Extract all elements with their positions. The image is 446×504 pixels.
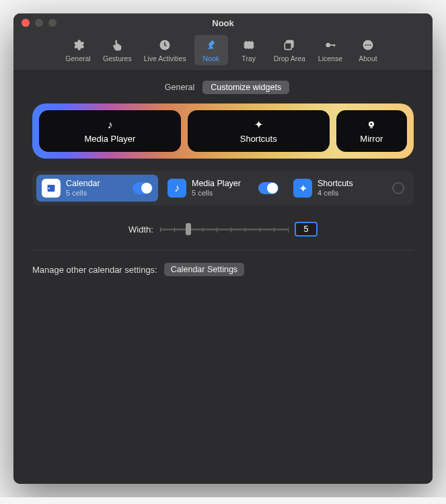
toolbar-item-nook[interactable]: Nook <box>194 35 228 65</box>
widget-cells: 4 cells <box>318 189 387 198</box>
toolbar-label: About <box>359 54 377 62</box>
preview-card-shortcuts[interactable]: ✦ Shortcuts <box>188 110 330 152</box>
width-value-field[interactable]: 5 <box>295 222 318 237</box>
svg-point-10 <box>369 44 371 46</box>
preferences-toolbar: General Gestures Live Activities Nook Tr… <box>13 32 433 71</box>
toolbar-label: Drop Area <box>274 54 305 62</box>
svg-rect-15 <box>48 185 55 187</box>
widget-cells: 5 cells <box>66 189 127 198</box>
calendar-settings-button[interactable]: Calendar Settings <box>164 263 244 276</box>
svg-point-8 <box>365 44 367 46</box>
lamp-icon <box>204 38 219 52</box>
toolbar-label: Tray <box>241 54 256 62</box>
svg-rect-3 <box>285 43 292 50</box>
toolbar-label: License <box>318 54 342 62</box>
svg-rect-1 <box>244 42 253 48</box>
svg-rect-13 <box>370 127 373 128</box>
widget-name: Shortcuts <box>318 179 387 189</box>
svg-rect-16 <box>48 187 50 189</box>
widget-name: Calendar <box>66 179 127 189</box>
widget-toggle-shortcuts[interactable] <box>392 182 404 194</box>
width-slider[interactable] <box>160 222 288 236</box>
manage-calendar-row: Manage other calendar settings: Calendar… <box>32 263 414 276</box>
tab-general[interactable]: General <box>157 81 202 94</box>
toolbar-label: General <box>65 54 90 62</box>
width-control: Width: 5 <box>32 222 414 250</box>
sparkle-icon: ✦ <box>254 119 263 131</box>
slider-thumb[interactable] <box>186 223 191 235</box>
titlebar: Nook <box>13 13 433 32</box>
preview-label: Mirror <box>360 134 383 144</box>
toolbar-label: Nook <box>202 54 219 62</box>
settings-panel: General Customize widgets ♪ Media Player… <box>13 71 433 484</box>
width-label: Width: <box>128 224 153 235</box>
hand-tap-icon <box>110 38 124 52</box>
toolbar-item-about[interactable]: About <box>351 35 385 65</box>
webcam-icon <box>366 119 377 131</box>
ellipsis-circle-icon <box>361 38 375 52</box>
widget-item-media-player[interactable]: ♪ Media Player 5 cells <box>162 175 284 202</box>
widget-preview-frame: ♪ Media Player ✦ Shortcuts Mirror <box>32 103 414 159</box>
preview-card-mirror[interactable]: Mirror <box>336 110 407 152</box>
segmented-control: General Customize widgets <box>32 81 414 94</box>
calendar-icon <box>42 179 61 198</box>
widget-cells: 5 cells <box>192 189 253 198</box>
preview-card-media-player[interactable]: ♪ Media Player <box>39 110 181 152</box>
music-note-icon: ♪ <box>168 179 186 198</box>
toolbar-item-general[interactable]: General <box>61 35 95 65</box>
clock-icon <box>157 38 172 52</box>
gear-icon <box>71 38 85 52</box>
svg-point-12 <box>371 123 373 125</box>
tab-customize-widgets[interactable]: Customize widgets <box>202 81 289 94</box>
widget-toggle-calendar[interactable] <box>133 182 153 194</box>
toolbar-item-gestures[interactable]: Gestures <box>99 35 136 65</box>
preferences-window: Nook General Gestures Live Activities No… <box>13 13 433 484</box>
svg-point-4 <box>326 43 330 48</box>
sparkle-icon: ✦ <box>293 179 312 198</box>
widget-item-shortcuts[interactable]: ✦ Shortcuts 4 cells <box>288 175 410 202</box>
preview-label: Media Player <box>84 134 135 144</box>
widget-toggle-media-player[interactable] <box>258 182 278 194</box>
divider <box>32 250 414 251</box>
widget-list: Calendar 5 cells ♪ Media Player 5 cells … <box>32 171 414 206</box>
music-note-icon: ♪ <box>107 119 112 131</box>
toolbar-label: Live Activities <box>144 54 186 62</box>
toolbar-label: Gestures <box>103 54 132 62</box>
widget-name: Media Player <box>192 179 253 189</box>
toolbar-item-tray[interactable]: Tray <box>232 35 266 65</box>
manage-label: Manage other calendar settings: <box>32 265 157 275</box>
key-icon <box>323 38 338 52</box>
toolbar-item-license[interactable]: License <box>313 35 347 65</box>
svg-rect-6 <box>334 44 335 46</box>
preview-label: Shortcuts <box>240 134 277 144</box>
toolbar-item-drop-area[interactable]: Drop Area <box>270 35 309 65</box>
stack-icon <box>282 38 297 52</box>
dashed-rect-icon <box>241 38 256 52</box>
svg-point-9 <box>367 44 369 46</box>
toolbar-item-live-activities[interactable]: Live Activities <box>140 35 190 65</box>
window-title: Nook <box>13 18 433 28</box>
widget-item-calendar[interactable]: Calendar 5 cells <box>36 175 158 202</box>
